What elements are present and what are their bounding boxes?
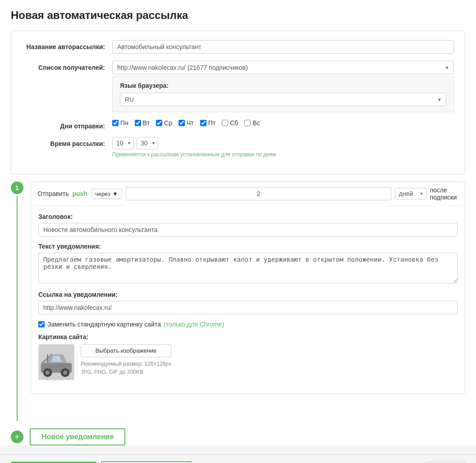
after-text: после подписки bbox=[430, 186, 458, 201]
day-sat: Сб bbox=[222, 119, 238, 127]
settings-panel: Название авторассылки: Список получателе… bbox=[11, 31, 465, 174]
add-notification-row: + Новое уведомление bbox=[11, 428, 465, 445]
day-thu: Чт bbox=[178, 119, 194, 127]
day-mon: Пн bbox=[112, 119, 128, 127]
name-field bbox=[112, 40, 454, 54]
text-group: Текст уведомления: Предлагаем газовые ам… bbox=[38, 243, 458, 285]
time-row: Время рассылки: 10 11 12 30 00 bbox=[22, 137, 454, 158]
text-label: Текст уведомления: bbox=[38, 243, 458, 250]
heading-input[interactable] bbox=[38, 223, 458, 236]
replace-image-row: Заменить стандартную картинку сайта (тол… bbox=[38, 321, 458, 328]
timeline-left: 1 bbox=[11, 182, 23, 421]
checkbox-thu[interactable] bbox=[178, 120, 185, 126]
image-hint-line2: JPG, PNG, GIF до 200KB bbox=[81, 368, 171, 376]
through-label: через bbox=[95, 191, 110, 197]
page-title: Новая автоматическая рассылка bbox=[11, 9, 465, 22]
heading-group: Заголовок: bbox=[38, 213, 458, 236]
day-tue: Вт bbox=[135, 119, 150, 127]
language-panel: Язык браузера: RU EN bbox=[112, 76, 454, 112]
days-label: Дни отправки: bbox=[22, 119, 112, 130]
name-label: Название авторассылки: bbox=[22, 40, 112, 50]
recipients-label: Список получателей: bbox=[22, 61, 112, 71]
add-circle[interactable]: + bbox=[11, 431, 23, 443]
svg-point-3 bbox=[46, 371, 50, 375]
time-label: Время рассылки: bbox=[22, 137, 112, 147]
lang-label: Язык браузера: bbox=[120, 82, 446, 89]
link-label: Ссылка на уведомлении: bbox=[38, 291, 458, 298]
save-run-button[interactable]: ▶ Сохранить и запустить bbox=[101, 461, 192, 463]
footer-bar: Сохранить изменения ▶ Сохранить и запуст… bbox=[0, 454, 476, 463]
time-selects: 10 11 12 30 00 15 45 bbox=[112, 137, 454, 150]
checkbox-label-main: Заменить стандартную картинку сайта bbox=[47, 321, 161, 328]
day-sun-label: Вс bbox=[252, 119, 260, 127]
day-fri: Пт bbox=[200, 119, 215, 127]
hour-select-wrapper: 10 11 12 bbox=[112, 137, 134, 150]
link-group: Ссылка на уведомлении: bbox=[38, 291, 458, 314]
image-hint: Рекомендуемый размер: 128×128px JPG, PNG… bbox=[81, 360, 171, 376]
image-upload-info: Выбрать изображение Рекомендуемый размер… bbox=[81, 344, 171, 376]
through-button[interactable]: через ▼ bbox=[91, 189, 122, 199]
image-upload-row: Выбрать изображение Рекомендуемый размер… bbox=[38, 344, 458, 380]
days-checkboxes: Пн Вт Ср Чт bbox=[112, 119, 454, 127]
link-input[interactable] bbox=[38, 301, 458, 314]
days-field: Пн Вт Ср Чт bbox=[112, 119, 454, 127]
replace-image-checkbox[interactable] bbox=[38, 321, 45, 327]
image-group: Картинка сайта: bbox=[38, 333, 458, 380]
days-count-input[interactable] bbox=[126, 187, 391, 200]
time-field: 10 11 12 30 00 15 45 Примен bbox=[112, 137, 454, 158]
lang-select-wrapper: RU EN bbox=[120, 93, 446, 106]
notification-timeline: 1 Отправить push через ▼ дней bbox=[11, 182, 465, 421]
day-thu-label: Чт bbox=[187, 119, 194, 127]
day-wed-label: Ср bbox=[164, 119, 172, 127]
notification-block: Отправить push через ▼ дней часов после … bbox=[31, 182, 465, 394]
car-image-svg bbox=[39, 345, 74, 380]
name-row: Название авторассылки: bbox=[22, 40, 454, 54]
name-input[interactable] bbox=[112, 40, 454, 54]
checkbox-wed[interactable] bbox=[156, 120, 162, 126]
choose-image-button[interactable]: Выбрать изображение bbox=[81, 344, 171, 357]
hour-select[interactable]: 10 11 12 bbox=[112, 137, 134, 150]
days-unit-select-wrapper: дней часов bbox=[395, 188, 426, 200]
send-text: Отправить bbox=[37, 190, 69, 197]
checkbox-mon[interactable] bbox=[112, 120, 119, 126]
checkbox-fri[interactable] bbox=[200, 120, 206, 126]
image-preview bbox=[38, 344, 74, 380]
day-sat-label: Сб bbox=[230, 119, 238, 127]
days-row: Дни отправки: Пн Вт Ср bbox=[22, 119, 454, 130]
timeline-line bbox=[17, 196, 18, 421]
checkbox-tue[interactable] bbox=[135, 120, 141, 126]
day-wed: Ср bbox=[156, 119, 172, 127]
timeline-content: Отправить push через ▼ дней часов после … bbox=[31, 182, 465, 421]
image-section-label: Картинка сайта: bbox=[38, 333, 458, 340]
new-notification-button[interactable]: Новое уведомление bbox=[30, 428, 125, 445]
step-number: 1 bbox=[11, 182, 23, 194]
recipients-select-wrapper: http://www.nakolecax.ru/ (21677 подписчи… bbox=[112, 61, 454, 74]
recipients-select[interactable]: http://www.nakolecax.ru/ (21677 подписчи… bbox=[112, 61, 454, 74]
lang-select[interactable]: RU EN bbox=[120, 93, 446, 106]
checkbox-sat[interactable] bbox=[222, 120, 228, 126]
svg-point-5 bbox=[63, 371, 68, 375]
minute-select-wrapper: 30 00 15 45 bbox=[137, 137, 158, 150]
days-unit-select[interactable]: дней часов bbox=[395, 188, 426, 200]
recipients-row: Список получателей: http://www.nakolecax… bbox=[22, 61, 454, 112]
day-fri-label: Пт bbox=[208, 119, 215, 127]
chrome-only-text: (только для Chrome) bbox=[164, 321, 224, 328]
recipients-field: http://www.nakolecax.ru/ (21677 подписчи… bbox=[112, 61, 454, 112]
chevron-down-icon: ▼ bbox=[112, 191, 118, 197]
notification-text[interactable]: Предлагаем газовые амортизаторы. Плавно … bbox=[38, 253, 458, 283]
day-tue-label: Вт bbox=[143, 119, 150, 127]
day-mon-label: Пн bbox=[120, 119, 128, 127]
checkbox-sun[interactable] bbox=[244, 120, 251, 126]
day-sun: Вс bbox=[244, 119, 260, 127]
notification-body: Заголовок: Текст уведомления: Предлагаем… bbox=[31, 206, 465, 394]
heading-label: Заголовок: bbox=[38, 213, 458, 220]
notification-header: Отправить push через ▼ дней часов после … bbox=[31, 182, 465, 206]
time-hint: Применяется к рассылкам установленным дл… bbox=[112, 151, 454, 158]
image-hint-line1: Рекомендуемый размер: 128×128px bbox=[81, 360, 171, 368]
push-link[interactable]: push bbox=[72, 190, 87, 197]
minute-select[interactable]: 30 00 15 45 bbox=[137, 137, 158, 150]
